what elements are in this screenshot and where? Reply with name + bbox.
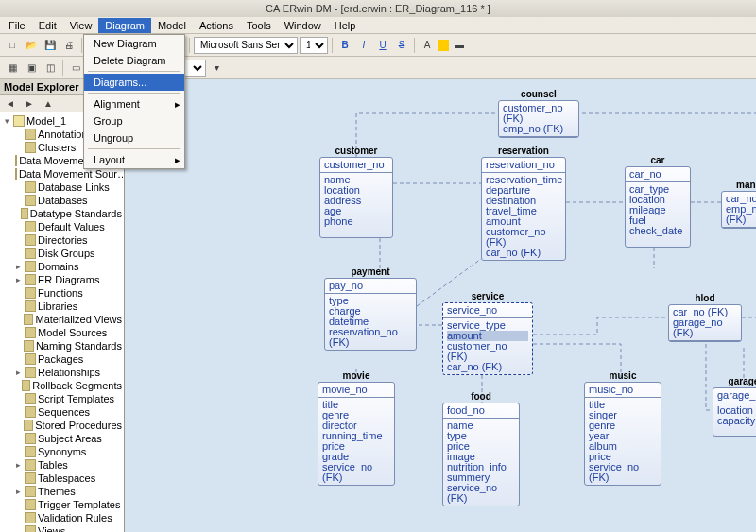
menuitem-delete-diagram[interactable]: Delete Diagram — [84, 52, 184, 69]
entity-pk: reservation_no — [482, 158, 565, 173]
strike-icon[interactable]: S — [393, 37, 410, 54]
entity-car[interactable]: carcar_nocar_typelocationmileagefuelchec… — [625, 166, 691, 248]
entity-customer[interactable]: customercustomer_nonamelocationaddressag… — [319, 157, 393, 238]
entity-reservation[interactable]: reservationreservation_noreservation_tim… — [481, 157, 566, 261]
menu-edit[interactable]: Edit — [32, 18, 63, 33]
tree-item[interactable]: Default Values — [2, 220, 122, 233]
entity-pk: movie_no — [318, 383, 394, 398]
entity-pk: car_no (FK)emp_no (FK) — [722, 192, 756, 228]
entity-hlod[interactable]: hlodcar_no (FK)garage_no (FK) — [668, 304, 742, 342]
entity-pk: car_no (FK)garage_no (FK) — [669, 305, 741, 341]
tool-icon[interactable]: ◫ — [42, 60, 59, 77]
menuitem-diagrams-[interactable]: Diagrams... — [84, 74, 184, 91]
menu-actions[interactable]: Actions — [193, 18, 240, 33]
menu-tools[interactable]: Tools — [240, 18, 278, 33]
entity-pk: car_no — [626, 167, 690, 182]
nav-fwd-icon[interactable]: ► — [21, 95, 38, 112]
menuitem-alignment[interactable]: Alignment — [84, 95, 184, 112]
tree-item[interactable]: Tablespaces — [2, 472, 122, 485]
tree-item[interactable]: Datatype Standards — [2, 207, 122, 220]
entity-manage[interactable]: managecar_no (FK)emp_no (FK) — [721, 191, 756, 229]
bold-icon[interactable]: B — [336, 37, 353, 54]
tree-item[interactable]: Subject Areas — [2, 432, 122, 445]
menuitem-layout[interactable]: Layout — [84, 151, 184, 168]
menu-model[interactable]: Model — [151, 18, 193, 33]
tree-item[interactable]: Synonyms — [2, 445, 122, 458]
entity-attrs: titlesingergenreyearalbumpriceservice_no… — [585, 398, 661, 485]
tree-item[interactable]: Sequences — [2, 405, 122, 419]
entity-food[interactable]: foodfood_nonametypepriceimagenutrition_i… — [442, 403, 520, 506]
model-tree[interactable]: ▾Model_1AnnotationsClustersData Movement… — [0, 112, 124, 532]
entity-movie[interactable]: moviemovie_notitlegenredirectorrunning_t… — [318, 382, 395, 486]
tree-item[interactable]: Rollback Segments — [2, 379, 122, 392]
entity-name: counsel — [499, 88, 578, 100]
tree-item[interactable]: Stored Procedures — [2, 419, 122, 432]
italic-icon[interactable]: I — [355, 37, 372, 54]
tree-item[interactable]: Views — [2, 524, 122, 532]
print-icon[interactable]: 🖨 — [60, 37, 77, 54]
entity-music[interactable]: musicmusic_notitlesingergenreyearalbumpr… — [584, 382, 662, 486]
nav-up-icon[interactable]: ▲ — [40, 95, 57, 112]
open-icon[interactable]: 📂 — [23, 37, 40, 54]
diagram-canvas[interactable]: counselcustomer_no (FK)emp_no (FK)custom… — [125, 79, 756, 532]
tree-item[interactable]: Disk Groups — [2, 247, 122, 260]
tree-item[interactable]: Libraries — [2, 300, 122, 313]
fill-color-icon[interactable] — [438, 40, 449, 51]
menuitem-group[interactable]: Group — [84, 112, 184, 129]
tree-item[interactable]: ▸Tables — [2, 458, 122, 472]
menu-window[interactable]: Window — [278, 18, 328, 33]
tree-item[interactable]: Data Movement Sour… — [2, 167, 122, 180]
tree-item[interactable]: Databases — [2, 194, 122, 207]
tree-item[interactable]: Trigger Templates — [2, 498, 122, 511]
font-select[interactable]: Microsoft Sans Ser — [194, 37, 298, 54]
font-size-select[interactable]: 10 — [300, 37, 328, 54]
tree-item[interactable]: Model Sources — [2, 326, 122, 339]
tree-item[interactable]: ▸Relationships — [2, 366, 122, 379]
menuitem-ungroup[interactable]: Ungroup — [84, 129, 184, 146]
entity-pk: music_no — [585, 383, 661, 398]
menu-diagram[interactable]: Diagram — [98, 18, 151, 33]
entity-service[interactable]: serviceservice_noservice_typeamountcusto… — [442, 302, 533, 375]
tree-item[interactable]: ▸ER Diagrams — [2, 273, 122, 286]
tree-root-label[interactable]: Model_1 — [26, 115, 66, 127]
entity-garage[interactable]: garagegarage_nolocationcapacity — [713, 387, 756, 437]
tree-item[interactable]: Packages — [2, 352, 122, 366]
entity-attrs: reservation_timedeparturedestinationtrav… — [482, 173, 565, 260]
tool-icon[interactable]: ▣ — [23, 60, 40, 77]
menu-help[interactable]: Help — [328, 18, 363, 33]
title-bar: CA ERwin DM - [erd.erwin : ER_Diagram_11… — [0, 0, 756, 17]
entity-name: customer — [320, 145, 392, 157]
tree-item[interactable]: Functions — [2, 286, 122, 300]
tree-item[interactable]: Naming Standards — [2, 339, 122, 352]
tree-item[interactable]: Validation Rules — [2, 511, 122, 524]
window-title: CA ERwin DM - [erd.erwin : ER_Diagram_11… — [4, 3, 752, 14]
tree-item[interactable]: Directories — [2, 233, 122, 247]
nav-back-icon[interactable]: ◄ — [2, 95, 19, 112]
entity-attrs: typechargedatetimereservation_no (FK) — [325, 294, 416, 350]
entity-pk: customer_no (FK)emp_no (FK) — [499, 101, 578, 137]
line-color-icon[interactable]: ▬ — [451, 37, 468, 54]
tree-item[interactable]: Database Links — [2, 180, 122, 194]
font-color-icon[interactable]: A — [419, 37, 436, 54]
menuitem-new-diagram[interactable]: New Diagram — [84, 35, 184, 52]
underline-icon[interactable]: U — [374, 37, 391, 54]
tool-icon[interactable]: ▾ — [208, 60, 225, 77]
tree-item[interactable]: ▸Domains — [2, 260, 122, 273]
entity-attrs: namelocationaddressagephone — [320, 173, 392, 229]
new-icon[interactable]: □ — [4, 37, 21, 54]
tool-icon[interactable]: ▭ — [67, 60, 84, 77]
entity-payment[interactable]: paymentpay_notypechargedatetimereservati… — [324, 278, 417, 351]
entity-name: car — [626, 154, 690, 166]
tool-icon[interactable]: ▦ — [4, 60, 21, 77]
entity-counsel[interactable]: counselcustomer_no (FK)emp_no (FK) — [498, 100, 579, 138]
entity-name: movie — [318, 369, 394, 382]
menu-file[interactable]: File — [2, 18, 32, 33]
tree-item[interactable]: Script Templates — [2, 392, 122, 405]
entity-name: manage — [722, 179, 756, 191]
menu-view[interactable]: View — [63, 18, 99, 33]
entity-name: payment — [325, 266, 416, 278]
entity-attrs: service_typeamountcustomer_no (FK)car_no… — [443, 318, 532, 374]
tree-item[interactable]: Materialized Views — [2, 313, 122, 326]
save-icon[interactable]: 💾 — [42, 37, 59, 54]
tree-item[interactable]: ▸Themes — [2, 485, 122, 498]
